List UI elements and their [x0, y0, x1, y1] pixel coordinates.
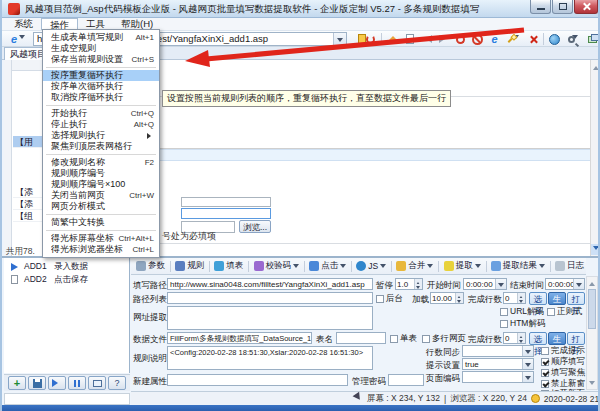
- tools-wand-button[interactable]: [503, 32, 523, 46]
- list-item[interactable]: ADD2 点击保存: [4, 273, 129, 286]
- row-sync-select[interactable]: [462, 345, 534, 357]
- menu-item[interactable]: 选择规则执行: [43, 130, 159, 141]
- panel-scrollbar[interactable]: [586, 276, 598, 390]
- rule-desc-textarea[interactable]: <Config:2020-02-28 18:51:30,Xslar:2020-0…: [167, 346, 373, 370]
- multi-row-page-checkbox[interactable]: 多行网页: [422, 333, 466, 345]
- menu-item[interactable]: 保存当前规则设置Ctrl+S: [43, 54, 159, 65]
- menu-item[interactable]: 简繁中文转换: [43, 217, 159, 228]
- scroll-down-icon[interactable]: [587, 379, 597, 389]
- menu-item[interactable]: 停止执行Alt+Q: [43, 119, 159, 130]
- load-stepper[interactable]: 10.00: [430, 292, 464, 304]
- menu-item[interactable]: 开始执行Ctrl+Q: [43, 108, 159, 119]
- list-item[interactable]: ADD1 录入数据: [4, 260, 129, 273]
- tab-rules[interactable]: 规则: [173, 259, 206, 273]
- scroll-down-icon[interactable]: [591, 244, 600, 255]
- page-text-field[interactable]: [181, 197, 271, 207]
- open-button[interactable]: 打开: [567, 292, 585, 305]
- menu-system[interactable]: 系统: [6, 18, 41, 30]
- globe-button[interactable]: [546, 32, 563, 46]
- back-button[interactable]: [418, 32, 435, 46]
- pause-button[interactable]: [68, 376, 86, 390]
- admin-pwd-input[interactable]: [388, 374, 424, 386]
- cursor-icon: [309, 261, 319, 271]
- menu-item[interactable]: 关闭当前网页Ctrl+W: [43, 190, 159, 201]
- start-time-select[interactable]: 0:00:00: [463, 278, 507, 290]
- tab-extract[interactable]: 提取: [442, 259, 483, 273]
- tab-extract-result[interactable]: 提取结果: [489, 259, 547, 273]
- maximize-button[interactable]: [552, 0, 573, 14]
- done-rows-stepper[interactable]: 0: [503, 292, 526, 304]
- menu-item[interactable]: 生成空规则: [43, 43, 159, 54]
- go-refresh-button[interactable]: [354, 32, 378, 46]
- tab-js[interactable]: JS: [354, 260, 388, 272]
- fill-path-input[interactable]: http://www.sina0048.com/filltest/YangfaX…: [167, 278, 373, 290]
- forward-button[interactable]: [435, 32, 452, 46]
- scroll-up-icon[interactable]: [591, 61, 600, 71]
- chevron-down-icon: [427, 264, 433, 271]
- url-extract-textarea[interactable]: [167, 306, 373, 330]
- generate-button[interactable]: 生成: [548, 292, 566, 305]
- engine-select-button[interactable]: e: [5, 32, 31, 46]
- url-decode-checkbox[interactable]: URL解码: [500, 306, 544, 318]
- background-checkbox[interactable]: 后台: [376, 293, 403, 305]
- pause-stepper[interactable]: 1.0: [395, 278, 423, 290]
- export-button[interactable]: [585, 32, 600, 46]
- tab-captcha[interactable]: 校验码: [252, 259, 302, 273]
- htm-decode-checkbox[interactable]: HTM解码: [500, 318, 545, 330]
- menu-item[interactable]: 修改规则名称F2: [43, 157, 159, 168]
- add-button[interactable]: +: [8, 376, 26, 390]
- run-button[interactable]: [48, 376, 66, 390]
- single-table-checkbox[interactable]: 单表: [390, 333, 417, 345]
- regex-checkbox[interactable]: 正则式: [547, 306, 583, 318]
- open2-button[interactable]: 打开: [567, 332, 585, 345]
- play-icon: [11, 263, 22, 271]
- ie-engine-icon: e: [11, 33, 17, 45]
- tab-log[interactable]: 日志: [553, 259, 586, 273]
- zoom-button[interactable]: [563, 32, 583, 46]
- tab-params[interactable]: 参数: [134, 259, 167, 273]
- encoding-select[interactable]: [462, 371, 534, 383]
- open-window-button[interactable]: [88, 376, 106, 390]
- menu-item[interactable]: 聚焦到顶层表网格行: [43, 141, 159, 152]
- close-page-button[interactable]: [525, 32, 542, 46]
- menu-item[interactable]: 规则顺序编号: [43, 168, 159, 179]
- save-button[interactable]: [28, 376, 46, 390]
- scrollbar-thumb[interactable]: [588, 289, 596, 329]
- new-window-button[interactable]: [401, 32, 418, 46]
- ie-button[interactable]: e: [486, 32, 503, 46]
- tab-merge[interactable]: 合并: [394, 259, 435, 273]
- menu-item[interactable]: 得光标屏幕坐标Ctrl+Alt+L: [43, 233, 159, 244]
- select2-button[interactable]: 选择: [529, 332, 547, 345]
- tip-setting-select[interactable]: true: [462, 358, 534, 370]
- new-attr-input[interactable]: [167, 374, 348, 386]
- menu-item-highlighted[interactable]: 按序重复循环执行: [43, 70, 159, 81]
- home-icon: [388, 31, 398, 41]
- minimize-button[interactable]: [530, 0, 551, 14]
- table-name-label: 表名: [316, 334, 333, 346]
- reload-button[interactable]: [452, 32, 469, 46]
- generate2-button[interactable]: 生成: [548, 332, 566, 345]
- menu-item[interactable]: 规则顺序编号×100: [43, 179, 159, 190]
- stop-button[interactable]: [469, 32, 486, 46]
- home-button[interactable]: [384, 32, 401, 46]
- url-dropdown-button[interactable]: [333, 33, 346, 45]
- tab-click[interactable]: 点击: [307, 259, 348, 273]
- help-button[interactable]: ?: [108, 376, 126, 390]
- data-file-input[interactable]: FillForm\多条规则数据填写_DataSource_1: [167, 332, 312, 344]
- tab-fill-form[interactable]: 填表: [212, 259, 245, 273]
- browse-button[interactable]: 浏览...: [239, 220, 271, 233]
- menu-item[interactable]: 按序单次循环执行: [43, 81, 159, 92]
- end-time-select[interactable]: 0:00:00: [545, 278, 585, 290]
- viewport-scrollbar[interactable]: [590, 60, 600, 256]
- page-text-field-focused[interactable]: [181, 208, 271, 219]
- done-rows2-stepper[interactable]: 0: [503, 332, 526, 344]
- select-button[interactable]: 选择: [529, 292, 547, 305]
- menu-item[interactable]: 得光标浏览器坐标Ctrl+L: [43, 244, 159, 255]
- menu-item[interactable]: 取消按序循环执行: [43, 92, 159, 103]
- path-list-input[interactable]: [167, 292, 373, 304]
- menu-item[interactable]: 网页分析模式: [43, 201, 159, 212]
- table-name-input[interactable]: [336, 332, 386, 344]
- scroll-up-icon[interactable]: [587, 277, 597, 287]
- close-button[interactable]: [574, 0, 598, 14]
- menu-item[interactable]: 生成表单填写规则Alt+1: [43, 32, 159, 43]
